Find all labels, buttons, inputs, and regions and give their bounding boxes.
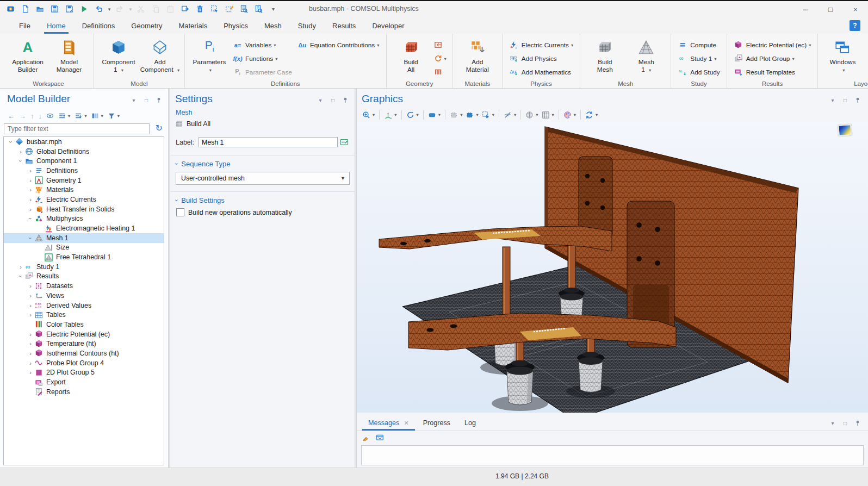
panel-maximize-icon[interactable]: □ — [329, 96, 337, 104]
expander-icon[interactable]: › — [7, 139, 15, 145]
expander-icon[interactable]: › — [27, 206, 34, 213]
ribbon-add-component-button[interactable]: AddComponent ▾ — [139, 36, 181, 74]
tree-item-electric-currents[interactable]: ›Electric Currents — [4, 195, 164, 204]
color-theme-icon[interactable]: ▾ — [562, 109, 578, 121]
tree-item-views[interactable]: ›Views — [4, 291, 164, 301]
select-box-icon[interactable] — [207, 2, 222, 16]
ribbon-add-material-button[interactable]: AddMaterial — [457, 36, 498, 73]
menu-tab-file[interactable]: File — [11, 17, 39, 34]
ribbon-compute-button[interactable]: Compute — [675, 38, 722, 52]
expander-icon[interactable]: › — [27, 360, 34, 366]
view-face-icon[interactable]: ▾ — [426, 109, 442, 121]
plot-thumbnail-icon[interactable] — [838, 124, 852, 136]
tree-item-study-1[interactable]: ›∞Study 1 — [4, 262, 164, 272]
axes-view-icon[interactable]: ▾ — [382, 109, 398, 121]
preview-all-icon[interactable] — [251, 2, 266, 16]
ribbon-variables-button[interactable]: a=Variables▾ — [230, 38, 295, 52]
tree-item-electric-potential-ec[interactable]: ›Electric Potential (ec) — [4, 329, 164, 339]
open-message-window-icon[interactable] — [376, 433, 384, 441]
clear-messages-icon[interactable] — [362, 433, 370, 441]
grid-icon[interactable]: ▾ — [540, 109, 556, 121]
expander-icon[interactable]: › — [27, 350, 34, 357]
panel-pin-icon[interactable] — [155, 96, 163, 104]
close-button[interactable]: × — [843, 1, 868, 17]
menu-tab-physics[interactable]: Physics — [215, 17, 256, 34]
ribbon-electric-currents-button[interactable]: Electric Currents▾ — [506, 38, 576, 52]
panel-menu-icon[interactable]: ▾ — [317, 96, 324, 104]
tree-item-materials[interactable]: ›Materials — [4, 185, 164, 195]
ribbon-windows-button[interactable]: Windows ▾ — [822, 36, 863, 74]
ribbon-mesh-1-button[interactable]: Mesh1 ▾ — [625, 36, 667, 74]
expander-icon[interactable]: › — [27, 369, 34, 376]
panel-maximize-icon[interactable]: □ — [841, 419, 849, 427]
node-text-icon[interactable]: ▾ — [89, 110, 106, 121]
messages-tab-progress[interactable]: Progress — [416, 415, 457, 431]
filter-icon[interactable]: ▾ — [106, 110, 122, 121]
expander-icon[interactable]: › — [27, 331, 34, 338]
graphics-canvas[interactable] — [357, 122, 868, 413]
ribbon-result-templates-button[interactable]: Result Templates — [731, 65, 814, 79]
expander-icon[interactable]: › — [27, 283, 34, 289]
rename-icon[interactable] — [339, 136, 350, 147]
wireframe-icon[interactable]: ▾ — [524, 109, 540, 121]
menu-tab-home[interactable]: Home — [39, 17, 74, 34]
expander-icon[interactable]: › — [27, 177, 34, 184]
collapse-all-icon[interactable]: ▾ — [72, 110, 89, 121]
ribbon-virtual-operations-icon-button[interactable] — [432, 65, 449, 79]
tree-item-2d-plot-group-5[interactable]: ›2D Plot Group 5 — [4, 368, 164, 378]
move-down-icon[interactable]: ↓ — [36, 110, 45, 121]
panel-pin-icon[interactable] — [854, 96, 861, 104]
panel-menu-icon[interactable]: ▾ — [130, 96, 138, 104]
save-as-icon[interactable] — [62, 2, 77, 16]
menu-tab-geometry[interactable]: Geometry — [123, 17, 170, 34]
panel-maximize-icon[interactable]: □ — [841, 96, 849, 104]
ribbon-electric-potential-ec-button[interactable]: Electric Potential (ec)▾ — [731, 38, 814, 52]
expand-all-icon[interactable]: ▾ — [56, 110, 72, 121]
menu-tab-mesh[interactable]: Mesh — [256, 17, 290, 34]
maximize-button[interactable]: □ — [818, 1, 843, 17]
back-icon[interactable]: ← — [5, 110, 17, 121]
clear-selection-icon[interactable] — [222, 2, 237, 16]
ribbon-rebuild-geometry-icon-button[interactable]: ▾ — [432, 52, 449, 65]
tree-item-electromagnetic-heating-1[interactable]: Electromagnetic Heating 1 — [4, 223, 164, 233]
tree-filter-input[interactable] — [4, 123, 150, 134]
preview-selected-icon[interactable] — [237, 2, 251, 16]
cut-icon[interactable] — [134, 2, 148, 16]
redo-dropdown-icon[interactable]: ▾ — [127, 2, 134, 16]
expander-icon[interactable]: › — [17, 264, 24, 270]
expander-icon[interactable]: › — [27, 196, 34, 203]
tree-item-results[interactable]: ›Results — [4, 272, 164, 282]
rotate-icon[interactable]: ▾ — [405, 109, 420, 121]
expander-icon[interactable]: › — [27, 302, 34, 309]
copy-icon[interactable] — [148, 2, 163, 16]
menu-tab-results[interactable]: Results — [324, 17, 364, 34]
ribbon-build-all-button[interactable]: BuildAll — [390, 36, 432, 73]
tree-item-color-tables[interactable]: Color Tables — [4, 320, 164, 329]
duplicate-icon[interactable] — [178, 2, 193, 16]
tree-item-geometry-1[interactable]: ›Geometry 1 — [4, 176, 164, 185]
panel-menu-icon[interactable]: ▾ — [829, 96, 836, 104]
menu-tab-study[interactable]: Study — [290, 17, 324, 34]
customize-toolbar-icon[interactable]: ▾ — [266, 2, 281, 16]
ribbon-parameters-button[interactable]: PiParameters ▾ — [189, 36, 230, 74]
sequence-type-section-header[interactable]: › Sequence Type — [176, 160, 230, 168]
scene-refresh-icon[interactable]: ▾ — [584, 109, 599, 121]
panel-menu-icon[interactable]: ▾ — [829, 419, 836, 427]
tree-item-free-tetrahedral-1[interactable]: Free Tetrahedral 1 — [4, 252, 164, 262]
ribbon-application-builder-button[interactable]: AApplicationBuilder — [7, 36, 48, 73]
tree-item-size[interactable]: Size — [4, 243, 164, 253]
tree-item-global-definitions[interactable]: ›Global Definitions — [4, 147, 164, 157]
expander-icon[interactable]: › — [17, 148, 24, 155]
panel-pin-icon[interactable] — [854, 419, 861, 427]
tree-item-temperature-ht[interactable]: ›Temperature (ht) — [4, 339, 164, 348]
ribbon-functions-button[interactable]: f(x)Functions▾ — [230, 52, 295, 65]
ribbon-add-study-button[interactable]: ∞Add Study — [675, 65, 722, 79]
hide-icon[interactable]: ▾ — [502, 109, 518, 121]
panel-pin-icon[interactable] — [342, 96, 349, 104]
redo-icon[interactable] — [113, 2, 127, 16]
ribbon-study-1-button[interactable]: ∞Study 1▾ — [675, 52, 722, 65]
app-logo-icon[interactable] — [3, 2, 18, 16]
messages-output[interactable] — [361, 445, 864, 465]
expander-icon[interactable]: › — [17, 273, 24, 279]
tree-item-mesh-1[interactable]: ›Mesh 1 — [4, 233, 164, 243]
